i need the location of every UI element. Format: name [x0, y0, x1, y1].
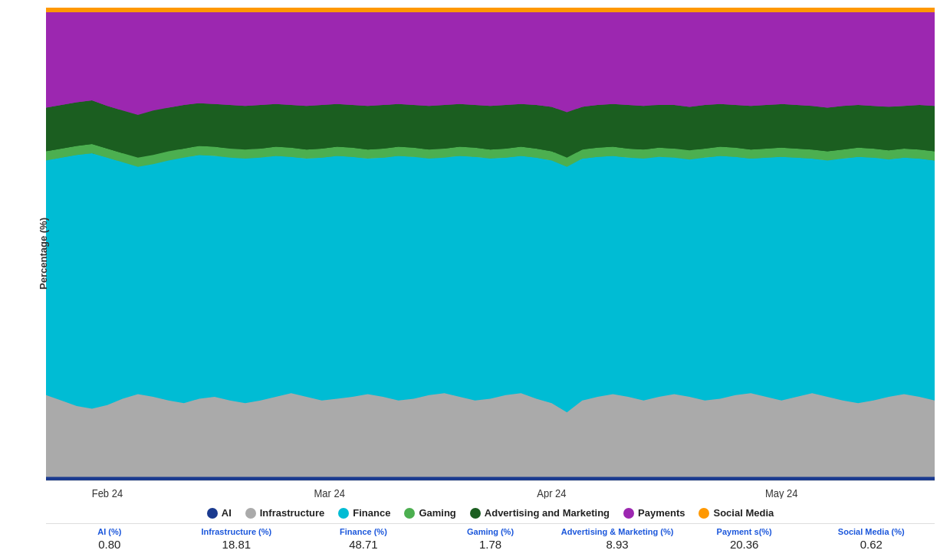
- stat-label-payments: Payment s(%): [717, 527, 772, 536]
- legend-label-social: Social Media: [713, 507, 774, 519]
- main-chart: 0 10 20 30 40 50 60 70 80 90 100: [46, 8, 935, 499]
- stat-col-infrastructure: Infrastructure (%) 18.81: [173, 524, 301, 552]
- stat-col-social: Social Media (%) 0.62: [807, 524, 935, 552]
- stat-col-finance: Finance (%) 48.71: [300, 524, 427, 552]
- legend-item-payments: Payments: [623, 507, 685, 519]
- stat-value-adv-mkt: 8.93: [606, 538, 629, 551]
- stat-label-social: Social Media (%): [838, 527, 905, 536]
- stat-col-payments: Payment s(%) 20.36: [681, 524, 808, 552]
- legend-dot-ai: [207, 508, 218, 519]
- legend-label-adv-mkt: Advertising and Marketing: [485, 507, 610, 519]
- svg-marker-24: [46, 153, 935, 412]
- legend-item-ai: AI: [207, 507, 232, 519]
- stat-value-social: 0.62: [860, 538, 883, 551]
- legend-item-adv-mkt: Advertising and Marketing: [470, 507, 610, 519]
- chart-area: Percentage (%) 0 1: [46, 8, 935, 499]
- legend-item-finance: Finance: [338, 507, 390, 519]
- legend-label-finance: Finance: [353, 507, 390, 519]
- stat-col-adv-mkt: Advertising & Marketing (%) 8.93: [554, 524, 681, 552]
- svg-rect-29: [46, 477, 935, 481]
- legend-label-gaming: Gaming: [419, 507, 455, 519]
- stat-label-ai: AI (%): [97, 527, 121, 536]
- svg-text:Feb 24: Feb 24: [92, 486, 123, 499]
- svg-marker-23: [46, 393, 935, 480]
- svg-marker-27: [46, 12, 935, 115]
- svg-text:May 24: May 24: [765, 486, 798, 499]
- legend-item-gaming: Gaming: [404, 507, 455, 519]
- legend-dot-infrastructure: [245, 508, 256, 519]
- stat-value-finance: 48.71: [349, 538, 378, 551]
- svg-rect-28: [46, 8, 935, 12]
- legend-dot-payments: [623, 508, 634, 519]
- legend-item-infrastructure: Infrastructure: [245, 507, 325, 519]
- legend-dot-social: [699, 508, 709, 519]
- stat-value-infrastructure: 18.81: [222, 538, 251, 551]
- y-axis-label: Percentage (%): [38, 218, 49, 290]
- stat-value-gaming: 1.78: [479, 538, 501, 551]
- svg-text:Apr 24: Apr 24: [537, 486, 566, 499]
- legend-label-payments: Payments: [638, 507, 685, 519]
- legend-dot-finance: [338, 508, 349, 519]
- legend-label-infrastructure: Infrastructure: [260, 507, 325, 519]
- stat-label-gaming: Gaming (%): [467, 527, 514, 536]
- legend-label-ai: AI: [222, 507, 232, 519]
- stat-label-infrastructure: Infrastructure (%): [202, 527, 272, 536]
- stat-value-payments: 20.36: [730, 538, 759, 551]
- stat-value-ai: 0.80: [98, 538, 120, 551]
- legend-dot-gaming: [404, 508, 415, 519]
- legend-dot-adv-mkt: [470, 508, 481, 519]
- stat-col-gaming: Gaming (%) 1.78: [427, 524, 554, 552]
- stat-label-adv-mkt: Advertising & Marketing (%): [561, 527, 674, 536]
- stat-col-ai: AI (%) 0.80: [46, 524, 173, 552]
- legend-row: AI Infrastructure Finance Gaming Adverti…: [46, 503, 935, 522]
- stat-label-finance: Finance (%): [340, 527, 387, 536]
- chart-container: Percentage (%) 0 1: [0, 0, 950, 560]
- svg-text:Mar 24: Mar 24: [314, 486, 344, 499]
- legend-item-social: Social Media: [699, 507, 774, 519]
- stats-row: AI (%) 0.80 Infrastructure (%) 18.81 Fin…: [46, 523, 935, 552]
